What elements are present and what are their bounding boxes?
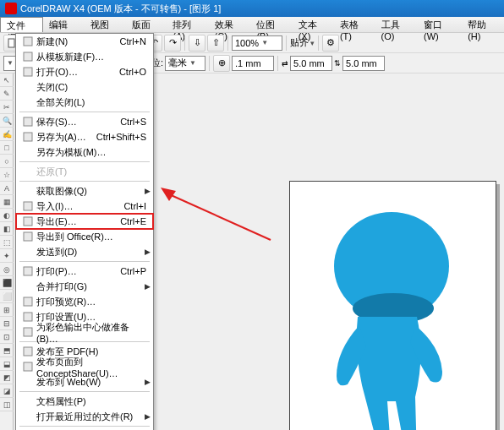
- menu-b[interactable]: 位图(B): [250, 17, 292, 32]
- menu-item-文档属性P[interactable]: 文档属性(P): [16, 394, 153, 409]
- menu-item-office[interactable]: 导出到 Office(R)…: [16, 229, 153, 244]
- menu-item-print[interactable]: 打印(P)…Ctrl+P: [16, 264, 153, 279]
- dupy-field[interactable]: 5.0 mm: [342, 56, 385, 71]
- blank-icon: [19, 145, 36, 159]
- tool-7[interactable]: ☆: [0, 168, 14, 182]
- menu-item-save[interactable]: 保存(S)…Ctrl+S: [16, 114, 153, 129]
- menu-item-打开最近用过的文件R[interactable]: 打开最近用过的文件(R)▶: [16, 409, 153, 424]
- menu-v[interactable]: 视图(V): [85, 17, 126, 32]
- tool-14[interactable]: ◎: [0, 263, 14, 276]
- menu-h[interactable]: 帮助(H): [462, 17, 504, 32]
- dupy-value: 5.0 mm: [346, 58, 377, 68]
- tool-15[interactable]: ⬛: [0, 276, 14, 290]
- menu-item-发布到WebW[interactable]: 发布到 Web(W)▶: [16, 374, 153, 389]
- submenu-arrow-icon: ▶: [145, 412, 151, 421]
- menu-o[interactable]: 工具(O): [375, 17, 418, 32]
- menu-item-全部关闭L[interactable]: 全部关闭(L): [16, 95, 153, 110]
- page: [289, 181, 496, 430]
- submenu-arrow-icon: ▶: [145, 187, 151, 195]
- svg-rect-14: [24, 133, 32, 141]
- blank-icon: [19, 184, 36, 198]
- menu-separator: [19, 161, 150, 162]
- menu-item-合并打印G[interactable]: 合并打印(G)▶: [16, 279, 153, 294]
- tool-3[interactable]: 🔍: [0, 114, 14, 128]
- svg-rect-20: [24, 313, 32, 321]
- menu-item-获取图像Q[interactable]: 获取图像(Q)▶: [16, 183, 153, 199]
- menu-item-export[interactable]: 导出(E)…Ctrl+E: [16, 214, 153, 229]
- nudge-field[interactable]: .1 mm: [232, 56, 274, 71]
- submenu-arrow-icon: ▶: [145, 378, 151, 386]
- blank-icon: [19, 245, 36, 259]
- tool-9[interactable]: ▦: [0, 195, 14, 209]
- menu-t[interactable]: 表格(T): [334, 17, 375, 32]
- menu-item-cs[interactable]: 发布页面到 ConceptShare(U)…: [16, 359, 153, 374]
- tool-21[interactable]: ⬓: [0, 357, 14, 371]
- tool-8[interactable]: A: [0, 182, 14, 195]
- menu-item-saveas[interactable]: 另存为(A)…Ctrl+Shift+S: [16, 129, 153, 144]
- blank-icon: [19, 410, 36, 423]
- tool-5[interactable]: □: [0, 141, 14, 155]
- tool-12[interactable]: ⬚: [0, 236, 14, 249]
- svg-rect-15: [24, 202, 32, 210]
- menu-c[interactable]: 效果(C): [209, 17, 251, 32]
- menu-w[interactable]: 窗口(W): [418, 17, 462, 32]
- tool-11[interactable]: ◧: [0, 222, 14, 236]
- svg-rect-10: [24, 37, 32, 46]
- tool-20[interactable]: ⬒: [0, 344, 14, 357]
- blank-icon: [19, 375, 36, 389]
- menu-item-还原T: 还原(T): [16, 164, 153, 179]
- menu-f[interactable]: 文件(F): [0, 17, 43, 32]
- menu-item-label: 新建(N): [36, 35, 120, 48]
- blue-character-image: [307, 207, 468, 430]
- menu-item-label: 发布到 Web(W): [36, 376, 146, 389]
- file-menu-dropdown: 新建(N)Ctrl+N从模板新建(F)…打开(O)…Ctrl+O关闭(C)全部关…: [15, 33, 154, 430]
- tool-16[interactable]: ⬜: [0, 290, 14, 303]
- open-icon: [19, 65, 36, 79]
- menu-item-关闭C[interactable]: 关闭(C): [16, 79, 153, 95]
- menu-item-另存为模板M[interactable]: 另存为模板(M)…: [16, 144, 153, 160]
- zoom-combo[interactable]: 100%▼: [232, 35, 282, 51]
- zoom-value: 100%: [235, 38, 259, 48]
- office-icon: [19, 230, 36, 243]
- import-icon: [19, 199, 36, 213]
- menu-item-colorcenter[interactable]: 为彩色输出中心做准备(B)…: [16, 324, 153, 340]
- tool-1[interactable]: ✎: [0, 87, 14, 101]
- tool-4[interactable]: ✍: [0, 128, 14, 141]
- menu-e[interactable]: 编辑(E): [43, 17, 85, 32]
- redo-button[interactable]: ↷: [164, 35, 181, 52]
- tool-0[interactable]: ↖: [0, 73, 14, 87]
- tool-17[interactable]: ⊞: [0, 303, 14, 317]
- tool-24[interactable]: ◫: [0, 398, 14, 411]
- tool-23[interactable]: ◪: [0, 384, 14, 398]
- title-text: CorelDRAW X4 (OEM 版本 - 不可转售) - [图形 1]: [20, 0, 221, 17]
- menu-item-label: 打开最近用过的文件(R): [36, 411, 146, 423]
- export-button[interactable]: ⇧: [207, 35, 224, 52]
- menu-item-shortcut: Ctrl+O: [119, 67, 150, 77]
- tool-2[interactable]: ✂: [0, 101, 14, 114]
- menu-a[interactable]: 排列(A): [167, 17, 208, 32]
- menu-item-label: 还原(T): [36, 166, 146, 178]
- svg-rect-23: [24, 362, 32, 371]
- export-icon: [19, 215, 36, 228]
- unit-combo[interactable]: 毫米▼: [165, 56, 205, 71]
- menu-item-import[interactable]: 导入(I)…Ctrl+I: [16, 199, 153, 214]
- tool-19[interactable]: ⊡: [0, 330, 14, 344]
- tool-18[interactable]: ⊟: [0, 317, 14, 330]
- tool-13[interactable]: ✦: [0, 249, 14, 263]
- menu-item-new[interactable]: 新建(N)Ctrl+N: [16, 34, 153, 49]
- menu-item-发送到D[interactable]: 发送到(D)▶: [16, 244, 153, 259]
- menu-x[interactable]: 文本(X): [293, 17, 334, 32]
- menu-item-open[interactable]: 打开(O)…Ctrl+O: [16, 64, 153, 79]
- options-button[interactable]: ⚙: [322, 35, 339, 52]
- snap-label: 贴齐: [290, 36, 309, 49]
- svg-rect-0: [8, 39, 14, 47]
- tool-22[interactable]: ◩: [0, 371, 14, 384]
- import-button[interactable]: ⇩: [189, 35, 205, 52]
- tool-6[interactable]: ○: [0, 155, 14, 168]
- svg-rect-11: [24, 52, 32, 61]
- menu-item-template[interactable]: 从模板新建(F)…: [16, 49, 153, 64]
- tool-10[interactable]: ◐: [0, 209, 14, 222]
- dupx-field[interactable]: 5.0 mm: [290, 56, 332, 71]
- menu-item-preview[interactable]: 打印预览(R)…: [16, 294, 153, 309]
- menu-l[interactable]: 版面(L): [126, 17, 167, 32]
